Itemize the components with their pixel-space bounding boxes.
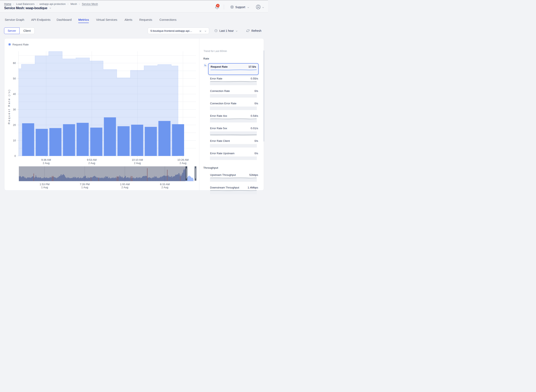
svg-text:0: 0 <box>14 154 16 157</box>
svg-text:2 Aug: 2 Aug <box>179 162 186 165</box>
svg-text:40: 40 <box>13 93 16 96</box>
svg-text:1 Aug: 1 Aug <box>81 186 88 189</box>
svg-text:20: 20 <box>13 123 16 126</box>
svg-text:1 Aug: 1 Aug <box>41 186 48 189</box>
svg-text:2 Aug: 2 Aug <box>134 162 140 165</box>
svg-text:1:53 PM: 1:53 PM <box>40 182 49 186</box>
svg-text:10:26 AM: 10:26 AM <box>177 158 189 161</box>
svg-text:50: 50 <box>13 77 16 80</box>
svg-text:7:26 PM: 7:26 PM <box>80 182 89 186</box>
svg-text:60: 60 <box>13 61 16 65</box>
svg-text:10:10 AM: 10:10 AM <box>132 158 143 161</box>
svg-text:2 Aug: 2 Aug <box>121 186 128 189</box>
svg-text:9:36 AM: 9:36 AM <box>41 158 51 161</box>
svg-text:1:00 AM: 1:00 AM <box>120 182 130 186</box>
svg-text:9:53 AM: 9:53 AM <box>87 158 97 161</box>
svg-text:6:33 AM: 6:33 AM <box>160 182 170 186</box>
svg-text:10: 10 <box>13 139 16 142</box>
svg-text:2 Aug: 2 Aug <box>88 162 95 165</box>
svg-text:30: 30 <box>13 108 16 111</box>
svg-text:2 Aug: 2 Aug <box>42 162 49 165</box>
svg-text:Request Rate (/s): Request Rate (/s) <box>8 89 11 124</box>
svg-text:2 Aug: 2 Aug <box>161 186 168 189</box>
